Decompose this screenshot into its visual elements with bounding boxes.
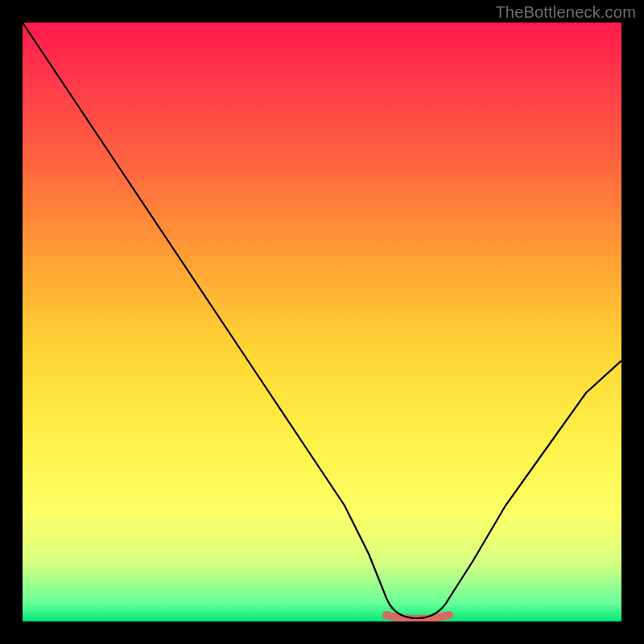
watermark-text: TheBottleneck.com xyxy=(495,3,636,22)
chart-frame: TheBottleneck.com xyxy=(0,0,644,644)
chart-gradient-background xyxy=(23,23,621,621)
